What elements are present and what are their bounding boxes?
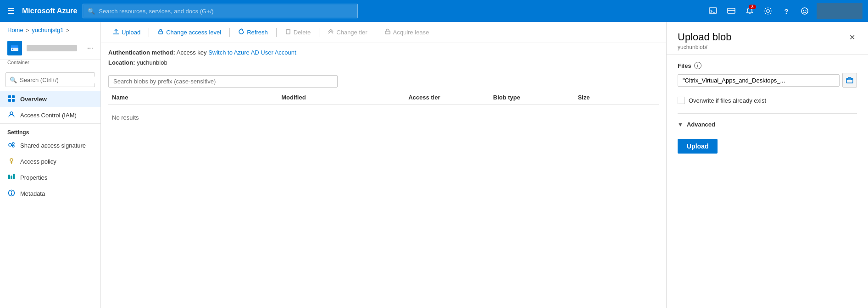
delete-button-label: Delete — [294, 29, 311, 36]
breadcrumb-sep1: > — [26, 28, 29, 33]
sidebar-item-iam-label: Access Control (IAM) — [20, 112, 77, 119]
sidebar-item-overview[interactable]: Overview — [0, 91, 100, 107]
panel-title: Upload blob — [678, 31, 731, 43]
svg-line-21 — [11, 145, 12, 146]
col-access-tier: Access tier — [405, 94, 490, 101]
sidebar-item-sas-label: Shared access signature — [20, 142, 86, 149]
svg-point-7 — [803, 10, 804, 11]
files-section: Files i — [678, 62, 857, 88]
svg-rect-26 — [11, 176, 12, 179]
svg-rect-15 — [12, 99, 15, 102]
breadcrumb: Home > yuchunjstg1 > — [0, 22, 100, 37]
svg-point-6 — [801, 8, 808, 14]
auth-switch-link[interactable]: Switch to Azure AD User Account — [208, 49, 296, 56]
acquire-lease-button-label: Acquire lease — [393, 29, 429, 36]
col-name: Name — [108, 94, 278, 101]
panel-close-button[interactable]: ✕ — [847, 31, 857, 44]
acquire-lease-button[interactable]: Acquire lease — [380, 26, 434, 39]
sidebar-item-access-policy-label: Access policy — [20, 158, 56, 165]
svg-rect-13 — [12, 95, 15, 98]
cloud-shell-icon[interactable] — [723, 3, 740, 19]
toolbar-sep-3 — [276, 28, 277, 37]
overwrite-checkbox[interactable] — [678, 97, 685, 104]
svg-rect-25 — [8, 175, 10, 179]
advanced-toggle[interactable]: ▼ Advanced — [678, 119, 857, 130]
search-icon: 🔍 — [88, 8, 95, 15]
upload-submit-button[interactable]: Upload — [678, 139, 718, 154]
auth-method-value-text: Access key — [177, 49, 207, 56]
user-avatar[interactable] — [817, 3, 862, 19]
sidebar: Home > yuchunjstg1 > ··· Container 🔍 « — [0, 22, 101, 308]
svg-rect-35 — [286, 30, 290, 34]
svg-point-5 — [767, 10, 769, 12]
sidebar-search-input[interactable] — [20, 77, 97, 83]
iam-icon — [7, 111, 16, 120]
blob-table: Name Modified Access tier Blob type Size… — [101, 90, 666, 308]
resource-icon — [7, 41, 22, 55]
toolbar-sep-2 — [229, 28, 230, 37]
refresh-button-label: Refresh — [247, 29, 268, 36]
toolbar-sep-4 — [319, 28, 319, 37]
notification-badge: 3 — [749, 5, 756, 9]
table-empty-message: No results — [108, 105, 659, 130]
sidebar-item-sas[interactable]: Shared access signature — [0, 138, 100, 154]
settings-section-label: Settings — [0, 123, 100, 138]
advanced-label: Advanced — [687, 121, 715, 128]
auth-info: Authentication method: Access key Switch… — [101, 43, 666, 72]
panel-header: Upload blob yuchunblob/ ✕ — [667, 22, 868, 55]
properties-icon — [7, 173, 16, 182]
notification-icon[interactable]: 3 — [741, 3, 758, 19]
col-size: Size — [574, 94, 659, 101]
files-label: Files i — [678, 62, 857, 69]
change-access-button[interactable]: Change access level — [153, 26, 226, 39]
svg-rect-11 — [12, 49, 13, 50]
breadcrumb-home[interactable]: Home — [7, 27, 23, 33]
hamburger-icon[interactable]: ☰ — [6, 4, 17, 18]
refresh-button[interactable]: Refresh — [234, 26, 273, 39]
sidebar-item-iam[interactable]: Access Control (IAM) — [0, 107, 100, 123]
sidebar-item-properties-label: Properties — [20, 174, 47, 181]
access-policy-icon — [7, 157, 16, 166]
sidebar-item-metadata-label: Metadata — [20, 190, 45, 197]
svg-point-16 — [10, 112, 13, 115]
global-search[interactable]: 🔍 — [83, 4, 358, 18]
main-layout: Home > yuchunjstg1 > ··· Container 🔍 « — [0, 22, 868, 308]
overwrite-label: Overwrite if files already exist — [689, 97, 766, 104]
resource-more-icon[interactable]: ··· — [87, 44, 93, 52]
svg-rect-12 — [8, 95, 11, 98]
svg-point-22 — [10, 159, 13, 161]
files-browse-button[interactable] — [842, 73, 857, 88]
auth-method-label: Authentication method: — [108, 49, 175, 56]
sidebar-item-metadata[interactable]: Metadata — [0, 186, 100, 202]
sidebar-item-overview-label: Overview — [20, 96, 47, 103]
table-header: Name Modified Access tier Blob type Size — [108, 90, 659, 105]
panel-body: Files i Overwrite if files already exist — [667, 55, 868, 308]
svg-rect-27 — [13, 174, 15, 179]
overview-icon — [7, 95, 16, 104]
blob-search-input[interactable] — [108, 75, 338, 88]
topbar-icons: 3 ? — [705, 3, 862, 19]
blob-search-container — [101, 72, 666, 90]
change-tier-button-label: Change tier — [336, 29, 367, 36]
feedback-icon[interactable] — [796, 3, 813, 19]
resource-type-label: Container — [0, 60, 100, 69]
settings-icon[interactable] — [760, 3, 776, 19]
col-blob-type: Blob type — [490, 94, 574, 101]
terminal-icon[interactable] — [705, 3, 721, 19]
search-input[interactable] — [99, 8, 353, 15]
svg-point-30 — [11, 191, 12, 192]
sidebar-item-access-policy[interactable]: Access policy — [0, 154, 100, 170]
files-input[interactable] — [678, 74, 840, 87]
upload-panel: Upload blob yuchunblob/ ✕ Files i — [666, 22, 868, 308]
svg-point-19 — [12, 145, 14, 147]
help-icon[interactable]: ? — [778, 3, 795, 19]
sidebar-search-icon: 🔍 — [10, 77, 17, 83]
svg-rect-14 — [8, 99, 11, 102]
sidebar-item-properties[interactable]: Properties — [0, 170, 100, 186]
change-tier-button[interactable]: Change tier — [323, 26, 372, 39]
breadcrumb-storage[interactable]: yuchunjstg1 — [32, 27, 63, 33]
files-info-icon[interactable]: i — [694, 62, 701, 69]
delete-button[interactable]: Delete — [280, 26, 316, 39]
svg-rect-36 — [385, 31, 390, 34]
upload-button[interactable]: Upload — [108, 26, 145, 39]
